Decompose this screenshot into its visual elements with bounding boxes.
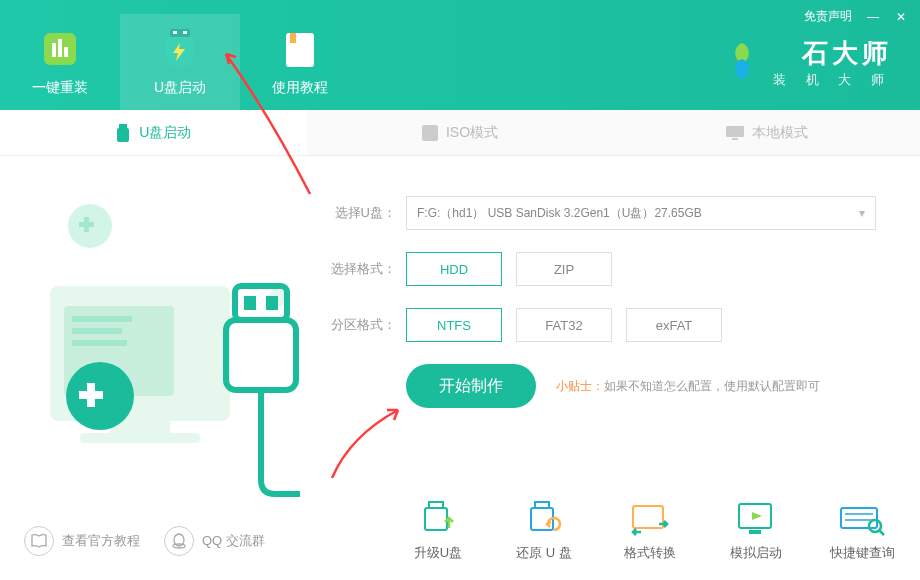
tip-label: 小贴士： (556, 379, 604, 393)
reinstall-icon (38, 27, 82, 71)
upgrade-usb-icon (417, 500, 459, 538)
svg-line-39 (879, 530, 884, 535)
nav-tab-usb-boot[interactable]: U盘启动 (120, 14, 240, 110)
tool-format-convert[interactable]: 格式转换 (612, 500, 688, 562)
tool-label: 模拟启动 (730, 544, 782, 562)
svg-rect-35 (841, 508, 877, 528)
svg-rect-12 (726, 126, 744, 137)
annotation-arrow (320, 406, 460, 486)
tool-label: 快捷键查询 (830, 544, 895, 562)
subtab-label: ISO模式 (446, 124, 498, 142)
convert-icon (629, 500, 671, 538)
brand-title: 石大师 (773, 36, 892, 71)
app-header: 免责声明 — ✕ 一键重装 U盘启动 使用教程 石大师 (0, 0, 920, 110)
partition-option-fat32[interactable]: FAT32 (516, 308, 612, 342)
tutorial-icon (278, 27, 322, 71)
disclaimer-link[interactable]: 免责声明 (804, 8, 852, 25)
svg-rect-25 (244, 296, 256, 310)
svg-rect-19 (72, 328, 122, 334)
footer-qq-link[interactable]: QQ 交流群 (164, 526, 265, 556)
footer-links: 查看官方教程 QQ 交流群 (24, 526, 265, 556)
chevron-down-icon: ▾ (859, 206, 865, 220)
svg-rect-1 (52, 43, 56, 57)
nav-tab-reinstall[interactable]: 一键重装 (0, 14, 120, 110)
partition-option-ntfs[interactable]: NTFS (406, 308, 502, 342)
config-form: 选择U盘： F:G:（hd1） USB SanDisk 3.2Gen1（U盘）2… (320, 196, 890, 408)
subtab-local[interactable]: 本地模式 (613, 110, 920, 155)
svg-rect-5 (173, 31, 177, 34)
svg-rect-27 (226, 320, 296, 390)
nav-tabs: 一键重装 U盘启动 使用教程 (0, 0, 360, 110)
minimize-button[interactable]: — (866, 10, 880, 24)
illustration (30, 186, 300, 486)
book-icon (24, 526, 54, 556)
nav-label: 一键重装 (32, 79, 88, 97)
svg-rect-3 (64, 47, 68, 57)
svg-rect-29 (425, 508, 447, 530)
tool-simulate-boot[interactable]: 模拟启动 (718, 500, 794, 562)
svg-rect-22 (80, 433, 200, 443)
qq-icon (164, 526, 194, 556)
simulate-icon (735, 500, 777, 538)
window-controls: 免责声明 — ✕ (804, 8, 908, 25)
subtab-label: 本地模式 (752, 124, 808, 142)
brand: 石大师 装 机 大 师 (721, 36, 892, 89)
tip-text: 小贴士：如果不知道怎么配置，使用默认配置即可 (556, 378, 820, 395)
sub-tabs: U盘启动 ISO模式 本地模式 (0, 110, 920, 156)
tool-restore-usb[interactable]: 还原 U 盘 (506, 500, 582, 562)
svg-rect-8 (290, 33, 296, 43)
footer-link-label: QQ 交流群 (202, 532, 265, 550)
disk-select[interactable]: F:G:（hd1） USB SanDisk 3.2Gen1（U盘）27.65GB… (406, 196, 876, 230)
svg-rect-20 (72, 340, 127, 346)
footer-tutorial-link[interactable]: 查看官方教程 (24, 526, 140, 556)
partition-option-exfat[interactable]: exFAT (626, 308, 722, 342)
usb-icon (115, 124, 131, 142)
svg-rect-26 (266, 296, 278, 310)
svg-rect-32 (633, 506, 663, 528)
close-button[interactable]: ✕ (894, 10, 908, 24)
usb-shield-icon (158, 27, 202, 71)
format-option-hdd[interactable]: HDD (406, 252, 502, 286)
svg-rect-9 (119, 124, 127, 128)
svg-rect-11 (422, 125, 438, 141)
svg-rect-10 (117, 128, 129, 142)
tool-label: 格式转换 (624, 544, 676, 562)
disk-select-value: F:G:（hd1） USB SanDisk 3.2Gen1（U盘）27.65GB (417, 205, 702, 222)
nav-label: 使用教程 (272, 79, 328, 97)
svg-rect-34 (749, 530, 761, 534)
svg-rect-2 (58, 39, 62, 57)
monitor-icon (726, 126, 744, 140)
subtab-usb[interactable]: U盘启动 (0, 110, 307, 155)
tool-shortcut-query[interactable]: 快捷键查询 (824, 500, 900, 562)
select-disk-label: 选择U盘： (320, 204, 396, 222)
tool-label: 还原 U 盘 (516, 544, 572, 562)
partition-label: 分区格式： (320, 316, 396, 334)
nav-label: U盘启动 (154, 79, 206, 97)
main-panel: 选择U盘： F:G:（hd1） USB SanDisk 3.2Gen1（U盘）2… (0, 156, 920, 580)
footer-link-label: 查看官方教程 (62, 532, 140, 550)
bottom-toolbar: 升级U盘 还原 U 盘 格式转换 模拟启动 快捷键查询 (400, 500, 900, 562)
brand-logo-icon (721, 40, 763, 86)
format-option-zip[interactable]: ZIP (516, 252, 612, 286)
keyboard-search-icon (839, 500, 885, 538)
svg-rect-6 (183, 31, 187, 34)
subtab-label: U盘启动 (139, 124, 191, 142)
select-format-label: 选择格式： (320, 260, 396, 278)
subtab-iso[interactable]: ISO模式 (307, 110, 614, 155)
tool-upgrade-usb[interactable]: 升级U盘 (400, 500, 476, 562)
restore-usb-icon (523, 500, 565, 538)
svg-rect-13 (732, 138, 738, 140)
start-make-button[interactable]: 开始制作 (406, 364, 536, 408)
iso-icon (422, 125, 438, 141)
svg-rect-18 (72, 316, 132, 322)
nav-tab-tutorial[interactable]: 使用教程 (240, 14, 360, 110)
tool-label: 升级U盘 (414, 544, 462, 562)
brand-subtitle: 装 机 大 师 (773, 71, 892, 89)
